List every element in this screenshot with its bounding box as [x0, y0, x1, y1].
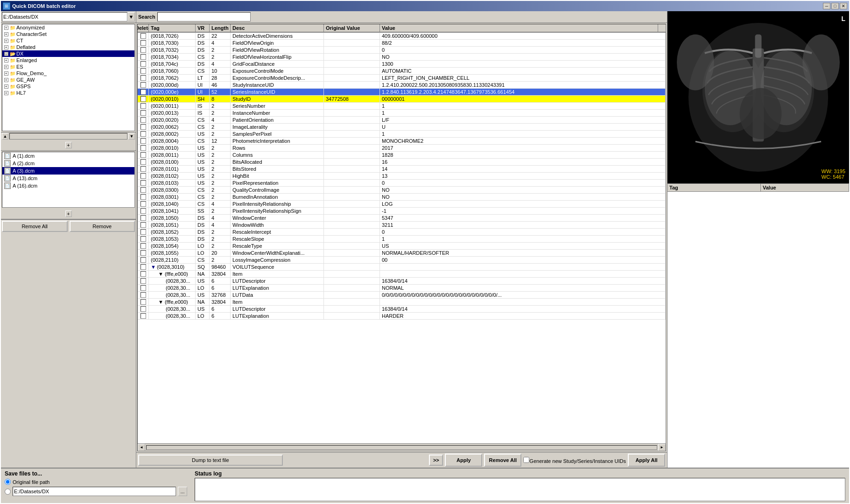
tree-item-geaw[interactable]: + 📁 GE_AW [2, 77, 134, 83]
expand-hl7[interactable]: + [3, 90, 9, 96]
row-checkbox[interactable] [140, 201, 146, 207]
row-checkbox[interactable] [140, 194, 146, 200]
expand-collapse-button[interactable]: >> [429, 455, 443, 466]
save-path-input[interactable] [13, 487, 176, 496]
row-checkbox[interactable] [140, 257, 146, 263]
tree-item-dx[interactable]: - 📂 DX [2, 50, 134, 57]
row-checkbox[interactable] [140, 138, 146, 144]
expand-deflated[interactable]: + [3, 44, 9, 50]
table-row[interactable]: (0028,1054) LO 2 RescaleType US [138, 243, 666, 250]
h-scrollbar[interactable]: ◄ ► [138, 443, 666, 451]
th-value[interactable]: Value [380, 24, 658, 32]
scroll-up-button[interactable]: ▲ [2, 133, 8, 140]
row-checkbox[interactable] [140, 40, 146, 46]
expand-ct[interactable]: + [3, 38, 9, 43]
expand-flowdemo[interactable]: + [3, 70, 9, 76]
table-row[interactable]: (0028,1041) SS 2 PixelIntensityRelations… [138, 208, 666, 215]
th-tag[interactable]: Tag [149, 24, 196, 32]
expand-geaw[interactable]: + [3, 77, 9, 83]
th-orig-val[interactable]: Original Value [324, 24, 380, 32]
path-input[interactable] [2, 12, 127, 21]
file-item-4[interactable]: 📄 A (13).dcm [2, 175, 134, 182]
row-checkbox[interactable] [140, 243, 146, 249]
table-row[interactable]: (0028,0002) US 2 SamplesPerPixel 1 [138, 131, 666, 138]
table-row-seq[interactable]: ▼(0028,3010) SQ 98460 VOILUTSequence [138, 264, 666, 271]
scroll-right-btn[interactable]: ► [658, 444, 666, 451]
table-row[interactable]: (0028,30... LO 6 LUTExplanation NORMAL [138, 285, 666, 292]
maximize-button[interactable]: □ [831, 3, 839, 9]
apply-button[interactable]: Apply [445, 454, 482, 467]
table-row[interactable]: (0020,0062) CS 2 ImageLaterality U [138, 124, 666, 131]
table-row[interactable]: (0020,000d) UI 46 StudyInstanceUID 1.2.4… [138, 82, 666, 89]
table-row[interactable]: (0028,0011) US 2 Columns 1828 [138, 152, 666, 159]
tree-item-es[interactable]: + 📁 ES [2, 63, 134, 70]
path-dropdown[interactable]: ▼ [127, 12, 135, 21]
table-row[interactable]: (0028,1040) CS 4 PixelIntensityRelations… [138, 201, 666, 208]
table-row[interactable]: (0018,7062) LT 28 ExposureControlModeDes… [138, 75, 666, 82]
table-row[interactable]: (0028,30... US 6 LUTDescriptor 16384/0/1… [138, 278, 666, 285]
expand-es[interactable]: + [3, 64, 9, 70]
row-checkbox[interactable] [140, 299, 146, 305]
expand-characterset[interactable]: + [3, 31, 9, 37]
add-file-button[interactable]: + [65, 210, 72, 217]
row-checkbox[interactable] [140, 89, 146, 95]
file-item-3[interactable]: 📄 A (3).dcm [2, 167, 134, 175]
tag-panel-content[interactable] [667, 192, 849, 468]
files-container[interactable]: 📄 A (1).dcm 📄 A (2).dcm 📄 A (3).dcm 📄 A … [2, 152, 135, 208]
table-row[interactable]: (0028,1055) LO 20 WindowCenterWidthExpla… [138, 250, 666, 257]
row-checkbox[interactable] [140, 264, 146, 270]
row-checkbox[interactable] [140, 47, 146, 53]
th-desc[interactable]: Desc [231, 24, 324, 32]
table-row[interactable]: (0028,0100) US 2 BitsAllocated 16 [138, 159, 666, 166]
row-checkbox[interactable] [140, 103, 146, 109]
row-checkbox[interactable] [140, 61, 146, 67]
table-row[interactable]: (0018,7032) DS 2 FieldOfViewRotation 0 [138, 47, 666, 54]
expand-dx[interactable]: - [3, 51, 9, 56]
row-checkbox[interactable] [140, 313, 146, 319]
table-row[interactable]: (0028,1053) DS 2 RescaleSlope 1 [138, 236, 666, 243]
table-row-highlighted[interactable]: (0020,0010) SH 8 StudyID 34772508 000000… [138, 96, 666, 103]
expand-enlarged[interactable]: + [3, 57, 9, 63]
row-checkbox[interactable] [140, 278, 146, 284]
table-row[interactable]: (0028,0004) CS 12 PhotometricInterpretat… [138, 138, 666, 145]
expand-gsps[interactable]: + [3, 84, 9, 89]
table-row[interactable]: (0028,0101) US 2 BitsStored 14 [138, 166, 666, 173]
row-checkbox[interactable] [140, 152, 146, 158]
scroll-left-btn[interactable]: ◄ [138, 444, 145, 451]
remove-all-button[interactable]: Remove All [2, 221, 68, 232]
tree-item-anonymized[interactable]: + 📁 Anonymized [2, 24, 134, 31]
generate-uid-checkbox-input[interactable] [523, 457, 529, 463]
radio-original-path[interactable] [5, 479, 11, 485]
table-row[interactable]: (0020,0011) IS 2 SeriesNumber 1 [138, 103, 666, 110]
tree-item-hl7[interactable]: + 📁 HL7 [2, 90, 134, 96]
apply-all-button[interactable]: Apply All [628, 454, 665, 467]
tree-item-flowdemo[interactable]: + 📁 Flow_Demo_ [2, 70, 134, 77]
row-checkbox[interactable] [140, 75, 146, 81]
row-checkbox[interactable] [140, 180, 146, 186]
table-row[interactable]: (0018,704c) DS 4 GridFocalDistance 1300 [138, 61, 666, 68]
table-row[interactable]: (0028,1050) DS 4 WindowCenter 5347 [138, 215, 666, 222]
generate-uid-checkbox[interactable]: Generate new Study/Series/Instance UIDs [523, 457, 626, 464]
row-checkbox[interactable] [140, 96, 146, 102]
table-row[interactable]: (0018,7060) CS 10 ExposureControlMode AU… [138, 68, 666, 75]
row-checkbox[interactable] [140, 306, 146, 312]
row-checkbox[interactable] [140, 250, 146, 256]
tree-item-enlarged[interactable]: + 📁 Enlarged [2, 57, 134, 63]
table-row-seq-item[interactable]: ▼ (fffe,e000) NA 32804 Item [138, 271, 666, 278]
table-row[interactable]: (0028,0102) US 2 HighBit 13 [138, 173, 666, 180]
dump-to-text-button[interactable]: Dump to text file [138, 455, 283, 466]
row-checkbox[interactable] [140, 110, 146, 116]
table-row[interactable]: (0028,30... LO 6 LUTExplanation HARDER [138, 313, 666, 320]
row-checkbox[interactable] [140, 117, 146, 123]
table-scroll[interactable]: (0018,7026) DS 22 DetectorActiveDimensio… [138, 33, 666, 443]
table-row-selected[interactable]: (0020,000e) UI 52 SeriesInstanceUID 1.2.… [138, 89, 666, 96]
row-checkbox[interactable] [140, 54, 146, 60]
row-checkbox[interactable] [140, 145, 146, 151]
search-input[interactable] [157, 12, 251, 21]
th-length[interactable]: Length [210, 24, 231, 32]
row-checkbox[interactable] [140, 187, 146, 193]
radio-custom-path[interactable] [5, 489, 11, 495]
remove-all-tags-button[interactable]: Remove All [484, 454, 521, 467]
tree-item-ct[interactable]: + 📁 CT [2, 37, 134, 44]
row-checkbox[interactable] [140, 166, 146, 172]
